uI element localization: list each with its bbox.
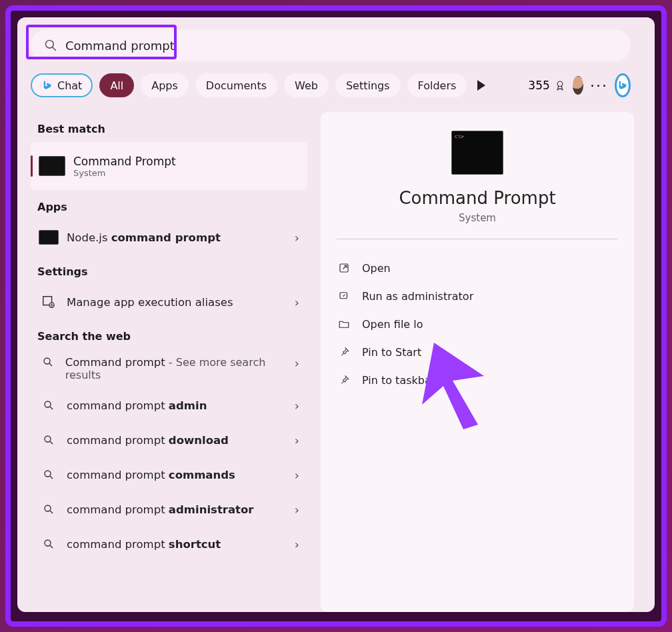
svg-point-11: [45, 471, 51, 477]
search-icon: [43, 503, 55, 515]
chevron-right-icon: ›: [295, 503, 299, 517]
settings-result-label: Manage app execution aliases: [67, 296, 233, 309]
preview-title: Command Prompt: [399, 188, 555, 208]
action-pin-to-taskbar[interactable]: Pin to taskbar: [337, 366, 618, 394]
svg-line-6: [49, 363, 52, 366]
filter-settings[interactable]: Settings: [335, 73, 401, 97]
more-filters-icon[interactable]: [477, 80, 485, 91]
filter-documents[interactable]: Documents: [195, 73, 277, 97]
preview-app-icon: [451, 131, 503, 175]
filter-folders[interactable]: Folders: [407, 73, 467, 97]
chevron-right-icon: ›: [295, 433, 299, 447]
rewards-points[interactable]: 355: [528, 79, 565, 92]
settings-header: Settings: [37, 265, 307, 278]
web-result-2[interactable]: command prompt download ›: [31, 423, 307, 457]
svg-line-16: [50, 545, 53, 548]
svg-line-8: [50, 407, 53, 409]
web-result-5[interactable]: command prompt shortcut ›: [31, 527, 307, 561]
avatar[interactable]: [573, 76, 583, 95]
svg-line-10: [50, 441, 53, 444]
cmd-prompt-icon: [39, 156, 65, 176]
bing-chat-icon: [41, 79, 53, 91]
filter-all[interactable]: All: [99, 73, 134, 97]
web-result-4[interactable]: command prompt administrator ›: [31, 492, 307, 527]
bing-button[interactable]: [615, 73, 631, 97]
action-open[interactable]: Open: [337, 254, 618, 282]
cmd-prompt-icon: [39, 230, 59, 245]
chevron-right-icon: ›: [295, 356, 299, 370]
pin-icon: [338, 374, 350, 386]
search-icon: [43, 399, 55, 411]
chevron-right-icon: ›: [295, 537, 299, 551]
svg-point-2: [557, 81, 563, 87]
action-pin-to-start[interactable]: Pin to Start: [337, 338, 618, 366]
web-result-0[interactable]: Command prompt - See more search results…: [31, 349, 307, 388]
svg-point-5: [44, 358, 50, 364]
svg-line-12: [50, 476, 53, 479]
filter-apps[interactable]: Apps: [141, 73, 189, 97]
best-match-result[interactable]: Command Prompt System: [31, 142, 307, 190]
svg-line-14: [50, 511, 53, 513]
app-alias-icon: [41, 295, 56, 309]
chevron-right-icon: ›: [295, 399, 299, 413]
chevron-right-icon: ›: [295, 231, 299, 245]
svg-point-9: [45, 436, 51, 442]
search-icon: [44, 39, 57, 52]
search-bar[interactable]: [31, 29, 631, 61]
results-column: Best match Command Prompt System Apps No…: [31, 112, 307, 612]
web-result-1[interactable]: command prompt admin ›: [31, 388, 307, 423]
settings-result-aliases[interactable]: Manage app execution aliases ›: [31, 285, 307, 319]
filters-row: Chat All Apps Documents Web Settings Fol…: [31, 72, 631, 99]
action-open-file-location[interactable]: Open file lo: [337, 310, 618, 338]
best-match-title: Command Prompt: [73, 155, 176, 168]
web-result-3[interactable]: command prompt commands ›: [31, 457, 307, 492]
search-icon: [43, 538, 55, 550]
svg-line-1: [53, 47, 56, 51]
more-menu-icon[interactable]: ···: [590, 77, 608, 94]
filter-chat[interactable]: Chat: [31, 73, 93, 97]
best-match-subtitle: System: [73, 168, 176, 178]
chevron-right-icon: ›: [295, 295, 299, 309]
filter-chat-label: Chat: [57, 79, 82, 92]
preview-subtitle: System: [459, 212, 496, 224]
chevron-right-icon: ›: [295, 468, 299, 482]
filter-web[interactable]: Web: [284, 73, 329, 97]
rewards-count: 355: [528, 79, 549, 92]
medal-icon: [554, 79, 566, 91]
preview-pane: Command Prompt System Open Run as admini…: [321, 112, 634, 612]
divider: [337, 239, 618, 239]
app-result-nodejs[interactable]: Node.js command prompt ›: [31, 220, 307, 255]
svg-point-13: [45, 505, 51, 511]
bing-icon: [617, 79, 629, 91]
apps-header: Apps: [37, 201, 307, 213]
search-input[interactable]: [65, 39, 532, 53]
pin-icon: [338, 346, 350, 358]
folder-icon: [338, 318, 350, 330]
best-match-header: Best match: [37, 123, 307, 135]
svg-point-15: [45, 540, 51, 546]
search-icon: [43, 469, 55, 481]
search-web-header: Search the web: [37, 330, 307, 343]
shield-icon: [338, 290, 350, 302]
search-icon: [42, 356, 54, 368]
svg-point-7: [45, 401, 51, 407]
open-icon: [338, 262, 350, 274]
action-run-as-admin[interactable]: Run as administrator: [337, 282, 618, 310]
search-icon: [43, 434, 55, 446]
